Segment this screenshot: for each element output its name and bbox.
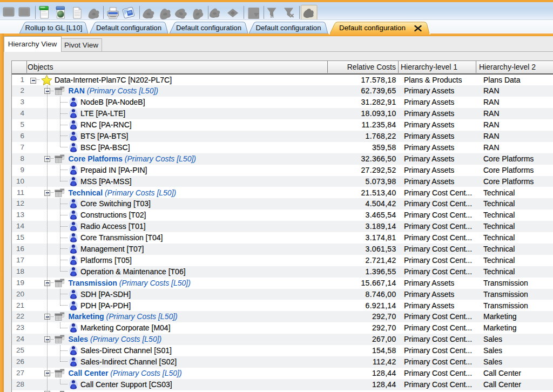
svg-text:Default configuration: Default configuration	[256, 24, 321, 32]
svg-text:Default configuration: Default configuration	[176, 24, 241, 32]
svg-text:Rollup to GL [L10]: Rollup to GL [L10]	[25, 24, 83, 32]
svg-text:Default configuration: Default configuration	[96, 24, 161, 32]
svg-text:Default configuration: Default configuration	[339, 24, 406, 32]
